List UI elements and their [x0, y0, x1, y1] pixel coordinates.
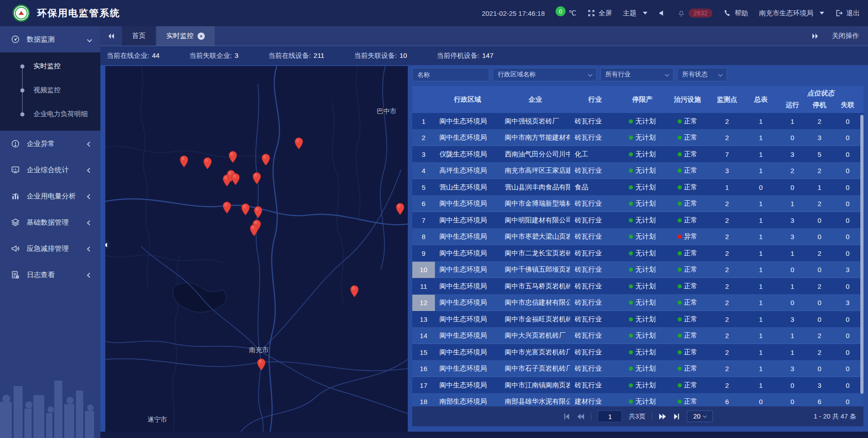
region-select[interactable]: 行政区域名称: [493, 68, 597, 81]
map-pin[interactable]: [350, 285, 359, 297]
mute-button[interactable]: [658, 9, 666, 17]
col-header-company: 企业: [500, 86, 571, 113]
map-pin[interactable]: [203, 157, 212, 170]
table-row[interactable]: 15阆中生态环境局阆中市光富页岩机砖厂砖瓦行业无计划正常21120: [412, 344, 863, 361]
status-select[interactable]: 所有状态: [677, 68, 727, 81]
cell-facility: 正常: [665, 394, 710, 407]
name-search-input[interactable]: [412, 68, 489, 81]
row-number: 9: [412, 245, 435, 262]
table-row[interactable]: 7阆中生态环境局阆中明阳建材有限公司砖瓦行业无计划正常21300: [412, 212, 863, 229]
stat-value: 211: [314, 52, 325, 59]
table-row[interactable]: 12阆中生态环境局阆中市忠信建材有限公砖瓦行业无计划正常21003: [412, 295, 863, 311]
close-operations-button[interactable]: 关闭操作: [832, 32, 859, 40]
map-pin[interactable]: [257, 358, 266, 370]
sidebar-item-2[interactable]: 企业异常: [0, 131, 100, 157]
help-button[interactable]: 帮助: [723, 9, 748, 18]
sidebar-subitem[interactable]: 企业电力负荷明细: [0, 102, 100, 126]
sidebar-item-1[interactable]: 数据监测: [0, 26, 100, 52]
cell-industry: 砖瓦行业: [570, 163, 620, 179]
divider: [591, 412, 591, 420]
cell-run: 0: [778, 295, 807, 311]
table-row[interactable]: 9阆中生态环境局阆中市二龙长宝页岩砖砖瓦行业无计划正常21120: [412, 245, 863, 262]
org-dropdown[interactable]: 南充市生态环境局: [759, 9, 824, 18]
table-row[interactable]: 5营山生态环境局营山县润丰肉食品有限食品无计划正常10010: [412, 179, 863, 196]
col-header-lost: 失联: [832, 101, 863, 109]
map-pin[interactable]: [253, 172, 261, 184]
status-dot-green: [629, 251, 633, 255]
sidebar-item-5[interactable]: 基础数据管理: [0, 209, 100, 235]
sidebar-item-6[interactable]: 应急减排管理: [0, 235, 100, 262]
cell-limit: 无计划: [620, 179, 665, 196]
cell-meters: 1: [744, 262, 778, 278]
status-dot-green: [629, 218, 633, 222]
sidebar-subitem[interactable]: 实时监控: [0, 54, 100, 78]
cell-stop: 2: [807, 196, 832, 212]
table-row[interactable]: 1阆中生态环境局阆中强锐页岩砖厂砖瓦行业无计划正常21120: [412, 113, 863, 130]
notifications[interactable]: 2632: [677, 9, 712, 18]
map-pin[interactable]: [254, 206, 262, 218]
map-pin[interactable]: [222, 202, 231, 214]
sidebar-subitem[interactable]: 视频监控: [0, 78, 100, 102]
status-dot-green: [629, 152, 633, 156]
table-row[interactable]: 17阆中生态环境局阆中市江南镇阆南页岩砖瓦行业无计划正常21030: [412, 377, 863, 394]
map-pin[interactable]: [250, 224, 259, 236]
tabs-scroll-left-button[interactable]: [100, 26, 122, 46]
cell-run: 0: [778, 262, 807, 278]
table-row[interactable]: 4高坪生态环境局南充市高坪区王家店建砖瓦行业无计划正常31220: [412, 163, 863, 179]
map-pin[interactable]: [229, 151, 237, 163]
cell-points: 2: [710, 130, 744, 146]
fullscreen-button[interactable]: 全屏: [587, 9, 612, 18]
first-page-button[interactable]: [563, 413, 571, 420]
cell-run: 3: [778, 361, 807, 377]
sidebar-item-3[interactable]: 企业综合统计: [0, 157, 100, 183]
map-panel[interactable]: 巴中市南充市遂宁市: [105, 66, 408, 432]
table-row[interactable]: 14阆中生态环境局阆中大兴页岩机砖厂砖瓦行业无计划正常21120: [412, 328, 863, 344]
row-number: 3: [412, 146, 435, 163]
cell-stop: 0: [807, 229, 832, 245]
row-number: 8: [412, 229, 435, 245]
table-row[interactable]: 2阆中生态环境局阆中市南方节能建材有砖瓦行业无计划正常21030: [412, 130, 863, 146]
table-body: 1阆中生态环境局阆中强锐页岩砖厂砖瓦行业无计划正常211202阆中生态环境局阆中…: [412, 113, 863, 406]
table-row[interactable]: 10阆中生态环境局阆中千佛镇五郎垭页岩砖瓦行业无计划正常21003: [412, 262, 863, 278]
table-row[interactable]: 3仪陇生态环境局西南油气田分公司川中化工无计划正常71350: [412, 146, 863, 163]
temperature-unit: ℃: [569, 9, 576, 17]
page-size-select[interactable]: 20: [687, 410, 713, 422]
table-row[interactable]: 11阆中生态环境局阆中市五马桥页岩机砖砖瓦行业无计划正常21120: [412, 278, 863, 295]
table-row[interactable]: 13阆中生态环境局阆中市金福旺页岩机砖砖瓦行业无计划正常21300: [412, 311, 863, 328]
logout-button[interactable]: 退出: [835, 9, 860, 18]
cell-stop: 0: [807, 311, 832, 328]
cell-points: 1: [710, 179, 744, 196]
cell-lost: 0: [832, 311, 863, 328]
map-pin[interactable]: [295, 137, 303, 150]
last-page-button[interactable]: [673, 413, 680, 420]
table-row[interactable]: 16阆中生态环境局阆中市石子页岩机砖厂砖瓦行业无计划正常21300: [412, 361, 863, 377]
map-pin[interactable]: [179, 155, 188, 167]
page-number-input[interactable]: [598, 410, 622, 422]
cell-points: 2: [710, 328, 744, 344]
table-scrollbar[interactable]: [860, 115, 863, 394]
fast-prev-button[interactable]: [577, 413, 585, 420]
table-row[interactable]: 6阆中生态环境局阆中市金博瑞新型墙材砖瓦行业无计划正常21120: [412, 196, 863, 212]
cell-facility: 正常: [665, 278, 710, 295]
double-chevron-right-icon[interactable]: [811, 32, 819, 40]
map-pin[interactable]: [396, 203, 404, 215]
table-row[interactable]: 8阆中生态环境局阆中市枣碧大梁山页岩砖瓦行业无计划异常21300: [412, 229, 863, 245]
theme-dropdown[interactable]: 主题: [623, 9, 647, 18]
cell-company: 营山县润丰肉食品有限: [500, 179, 571, 196]
map-pin[interactable]: [261, 154, 270, 166]
sidebar-item-4[interactable]: 企业用电量分析: [0, 183, 100, 209]
map-pin[interactable]: [241, 203, 250, 216]
close-icon[interactable]: ×: [198, 33, 205, 40]
cell-region: 南部生态环境局: [435, 394, 500, 407]
chevron-left-icon: [88, 245, 91, 253]
sidebar-item-7[interactable]: 日志查看: [0, 262, 100, 288]
map-pin[interactable]: [231, 173, 240, 185]
cell-limit: 无计划: [620, 377, 665, 394]
table-row[interactable]: 18南部生态环境局南部县雄华水泥有限公建材行业无计划正常60060: [412, 394, 863, 407]
tab-2[interactable]: 实时监控×: [156, 26, 215, 46]
chevron-left-icon: [88, 166, 91, 174]
industry-select[interactable]: 所有行业: [600, 68, 674, 81]
tab-1[interactable]: 首页: [122, 26, 156, 46]
fast-next-button[interactable]: [659, 413, 666, 420]
status-dot-green: [678, 202, 682, 206]
